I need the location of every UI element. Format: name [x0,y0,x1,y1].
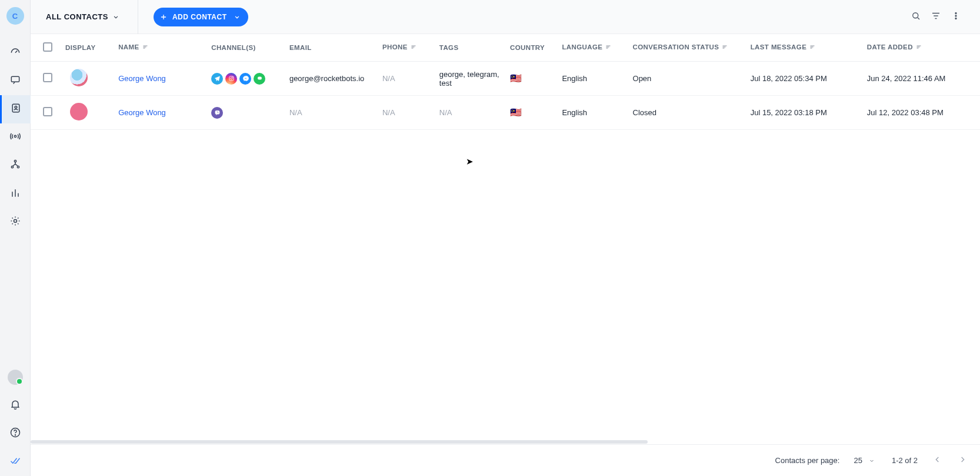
col-email[interactable]: EMAIL [285,34,378,62]
nav-profile[interactable] [0,363,31,391]
per-page-label: Contacts per page: [775,456,840,465]
mouse-cursor-icon: ➤ [466,156,474,167]
nav-notifications[interactable] [0,391,31,420]
sort-icon [142,43,149,52]
search-icon [911,11,921,24]
gauge-icon [9,46,21,60]
instagram-channel-icon [225,73,237,85]
flag-icon: 🇲🇾 [510,73,522,83]
sort-icon [915,43,922,52]
prev-page-button[interactable] [933,455,942,466]
table-header-row: DISPLAY NAME CHANNEL(S) EMAIL PHONE TAGS… [31,34,980,62]
per-page-value: 25 [854,456,862,465]
double-check-icon [9,455,21,469]
workflow-icon [9,159,21,173]
filter-button[interactable] [926,7,946,27]
add-contact-button[interactable]: ADD CONTACT [154,8,248,26]
cell-country: 🇲🇾 [505,96,557,130]
contact-name-link[interactable]: George Wong [118,108,166,117]
col-dateadded[interactable]: DATE ADDED [862,34,980,62]
svg-point-4 [14,160,16,162]
nav-settings[interactable] [0,208,31,236]
nav-help[interactable] [0,420,31,448]
col-language[interactable]: LANGUAGE [557,34,628,62]
more-button[interactable] [946,7,966,27]
cell-dateadded: Jun 24, 2022 11:46 AM [862,62,980,96]
segment-label: ALL CONTACTS [46,12,108,21]
scrollbar-thumb[interactable] [31,440,648,444]
col-country[interactable]: COUNTRY [505,34,557,62]
svg-point-15 [231,78,232,79]
contacts-table: DISPLAY NAME CHANNEL(S) EMAIL PHONE TAGS… [31,34,980,130]
cell-email: george@rocketbots.io [285,62,378,96]
col-tags[interactable]: TAGS [435,34,505,62]
cell-dateadded: Jul 12, 2022 03:48 PM [862,96,980,130]
segment-dropdown[interactable]: ALL CONTACTS [46,0,138,34]
bar-chart-icon [9,187,21,201]
svg-point-13 [955,18,956,19]
telegram-channel-icon [211,73,223,85]
nav-getting-started[interactable] [0,448,31,476]
row-checkbox[interactable] [43,73,52,82]
cell-tags: george, telegram, test [435,62,505,96]
nav-broadcast[interactable] [0,123,31,152]
col-status[interactable]: CONVERSATION STATUS [628,34,746,62]
workspace-badge[interactable]: C [6,7,24,25]
col-lastmessage[interactable]: LAST MESSAGE [746,34,862,62]
nav-messages[interactable] [0,67,31,95]
cell-status: Closed [628,96,746,130]
cell-language: English [557,96,628,130]
per-page-select[interactable]: 25 [854,456,875,465]
search-button[interactable] [906,7,926,27]
sort-icon [605,43,612,52]
sort-icon [721,43,728,52]
col-display[interactable]: DISPLAY [65,34,114,62]
svg-point-11 [955,12,956,14]
svg-point-16 [232,77,233,78]
main-area: ALL CONTACTS ADD CONTACT DI [31,0,980,476]
svg-point-12 [955,15,956,16]
nav-workflows[interactable] [0,152,31,180]
table-footer: Contacts per page: 25 1-2 of 2 [31,444,980,476]
col-name[interactable]: NAME [114,34,206,62]
cell-country: 🇲🇾 [505,62,557,96]
contact-avatar [70,103,88,120]
nav-reports[interactable] [0,180,31,208]
select-all-checkbox[interactable] [43,42,52,52]
topbar: ALL CONTACTS ADD CONTACT [31,0,980,34]
svg-rect-17 [258,77,261,80]
gear-icon [9,215,21,229]
help-icon [9,427,21,441]
cell-language: English [557,62,628,96]
channel-icons [211,73,280,85]
sort-icon [410,43,417,52]
cell-tags: N/A [435,96,505,130]
col-channels[interactable]: CHANNEL(S) [206,34,285,62]
table-row[interactable]: George Wonggeorge@rocketbots.ioN/Ageorge… [31,62,980,96]
sort-icon [809,43,816,52]
row-checkbox[interactable] [43,107,52,116]
cell-phone: N/A [378,62,435,96]
line-channel-icon [254,73,265,85]
contact-avatar [70,69,88,86]
svg-point-3 [14,135,16,137]
channel-icons [211,107,280,119]
broadcast-icon [9,130,21,145]
next-page-button[interactable] [958,455,967,466]
horizontal-scrollbar[interactable] [31,440,980,444]
plus-icon [159,13,168,21]
flag-icon: 🇲🇾 [510,108,522,118]
cell-lastmessage: Jul 15, 2022 03:18 PM [746,96,862,130]
cell-phone: N/A [378,96,435,130]
cell-lastmessage: Jul 18, 2022 05:34 PM [746,62,862,96]
nav-contacts[interactable] [0,95,31,123]
table-row[interactable]: George WongN/AN/AN/A🇲🇾EnglishClosedJul 1… [31,96,980,130]
contact-name-link[interactable]: George Wong [118,74,166,83]
svg-point-9 [15,435,15,435]
filter-icon [931,11,941,24]
col-phone[interactable]: PHONE [378,34,435,62]
bell-icon [9,398,21,413]
svg-point-6 [17,166,19,168]
nav-dashboard[interactable] [0,39,31,67]
contacts-icon [10,102,22,116]
